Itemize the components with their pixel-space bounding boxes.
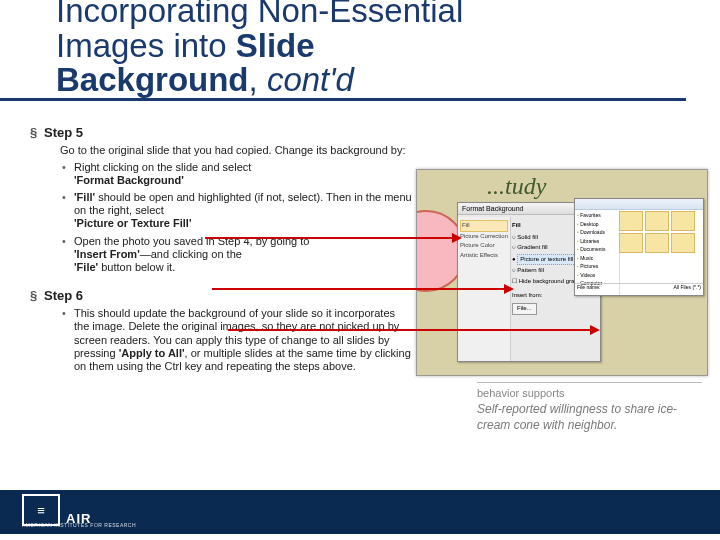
step5-heading: Step 5 (44, 125, 416, 140)
arrow-3 (228, 329, 598, 331)
file-explorer: FavoritesDesktopDownloadsLibrariesDocume… (574, 198, 704, 296)
figure-caption: behavior supports Self-reported willingn… (477, 382, 702, 433)
step6-heading: Step 6 (44, 288, 416, 303)
file-button: File... (512, 303, 537, 315)
screenshot-figure: ...tudy Format Background Fill Picture C… (416, 169, 708, 376)
arrow-1 (205, 237, 460, 239)
air-logo: ≡ AIR AMERICAN INSTITUTES FOR RESEARCH (22, 494, 91, 526)
slide-title: Incorporating Non-Essential Images into … (0, 0, 686, 101)
footer-bar: ≡ AIR AMERICAN INSTITUTES FOR RESEARCH (0, 490, 720, 534)
arrow-2 (212, 288, 512, 290)
bg-text: ...tudy (487, 173, 546, 200)
step5-intro: Go to the original slide that you had co… (60, 144, 416, 158)
step6-bullet-1: This should update the background of you… (74, 307, 416, 373)
step5-bullet-3: Open the photo you saved in Step 4, by g… (74, 235, 416, 275)
step5-bullet-2: 'Fill' should be open and highlighted (i… (74, 191, 416, 231)
step5-bullet-1: Right clicking on the slide and select '… (74, 161, 416, 187)
